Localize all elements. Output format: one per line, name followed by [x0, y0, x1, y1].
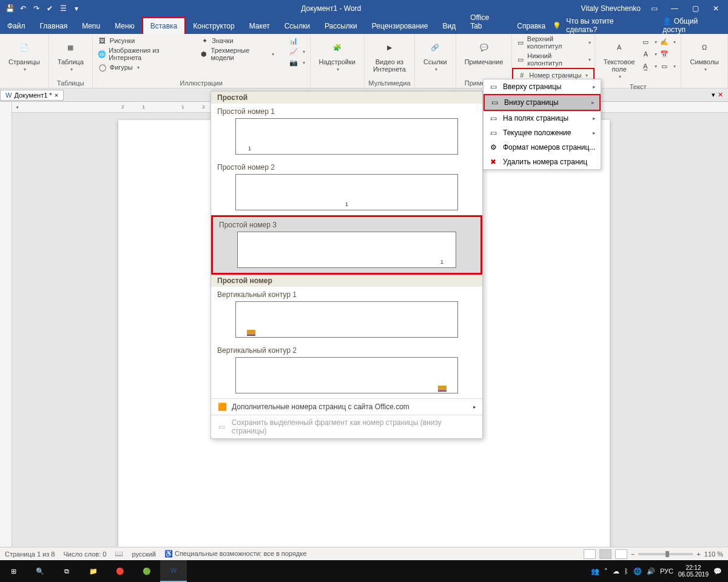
pages-button[interactable]: 📄 Страницы	[4, 35, 45, 75]
yandex-button[interactable]: 🔴	[107, 560, 133, 582]
chrome-button[interactable]: 🟢	[133, 560, 160, 582]
3d-models-button[interactable]: ⬢Трехмерные модели	[198, 46, 275, 62]
status-accessibility[interactable]: ♿ Специальные возможности: все в порядке	[164, 550, 306, 558]
tab-file[interactable]: Файл	[0, 18, 33, 34]
status-words[interactable]: Число слов: 0	[63, 550, 106, 558]
signature-button[interactable]: ✍	[658, 36, 677, 47]
task-view-button[interactable]: ⧉	[53, 560, 80, 582]
drop-cap-button[interactable]: A̲	[639, 61, 658, 72]
touch-mode-icon[interactable]: ☰	[58, 4, 68, 13]
tab-view[interactable]: Вид	[435, 18, 463, 34]
tell-me-text[interactable]: Что вы хотите сделать?	[566, 17, 645, 34]
header-button[interactable]: ▭Верхний колонтитул	[512, 34, 594, 51]
date-time-button[interactable]: 📅	[658, 48, 677, 59]
word-button[interactable]: W	[160, 560, 187, 582]
document-tab[interactable]: W Документ1 * ×	[0, 90, 64, 101]
tab-office-tab[interactable]: Office Tab	[463, 10, 510, 34]
close-icon[interactable]: ✕	[709, 4, 723, 13]
menu-remove-numbers[interactable]: ✖Удалить номера страниц	[484, 155, 601, 169]
screenshot-button[interactable]: 📷	[288, 57, 306, 68]
pictures-button[interactable]: 🖼Рисунки	[96, 35, 187, 46]
people-icon[interactable]: 👥	[591, 567, 599, 575]
gallery-item-1[interactable]: Простой номер 1 1	[211, 104, 482, 159]
tab-close-all-icon[interactable]: ✕	[718, 91, 723, 99]
zoom-in-button[interactable]: +	[696, 550, 700, 558]
status-proofing-icon[interactable]: 📖	[115, 550, 123, 558]
icons-button[interactable]: ✦Значки	[198, 35, 275, 46]
quick-parts-button[interactable]: ▭	[639, 36, 658, 47]
menu-format-numbers[interactable]: ⚙Формат номеров страниц...	[484, 140, 601, 155]
shapes-button[interactable]: ◯Фигуры	[96, 62, 187, 73]
tab-menu-ru[interactable]: Меню	[107, 18, 141, 34]
tab-review[interactable]: Рецензирование	[365, 18, 436, 34]
close-tab-icon[interactable]: ×	[55, 92, 58, 99]
new-tab-icon[interactable]: ▾	[712, 91, 715, 99]
menu-bottom-of-page[interactable]: ▭Внизу страницы▸	[485, 95, 599, 110]
volume-icon[interactable]: 🔊	[647, 567, 655, 575]
tab-references[interactable]: Ссылки	[277, 18, 317, 34]
tab-help[interactable]: Справка	[510, 18, 553, 34]
view-web-layout[interactable]	[615, 549, 627, 559]
object-button[interactable]: ▭	[658, 61, 677, 72]
maximize-icon[interactable]: ▢	[688, 4, 703, 13]
bluetooth-icon[interactable]: ᛒ	[624, 567, 629, 575]
tell-me-icon[interactable]	[553, 21, 561, 30]
action-center-icon[interactable]: 💬	[713, 567, 722, 575]
qat-dropdown-icon[interactable]: ▾	[72, 4, 81, 13]
smartart-button[interactable]: 📊	[288, 35, 306, 46]
online-video-button[interactable]: ▶ Видео из Интернета	[368, 35, 411, 75]
ribbon-display-icon[interactable]: ▭	[647, 4, 661, 13]
tray-expand-icon[interactable]: ˄	[604, 567, 608, 575]
gallery-more-office[interactable]: 🟧 Дополнительные номера страниц с сайта …	[211, 398, 482, 415]
start-button[interactable]: ⊞	[0, 560, 27, 582]
group-illustrations-label: Иллюстрации	[96, 78, 306, 88]
zoom-slider[interactable]	[638, 553, 693, 555]
undo-icon[interactable]: ↶	[18, 4, 28, 13]
language-indicator[interactable]: РУС	[660, 567, 673, 575]
tab-mailings[interactable]: Рассылки	[317, 18, 365, 34]
menu-current-position[interactable]: ▭Текущее положение▸	[484, 125, 601, 140]
tab-design[interactable]: Конструктор	[186, 18, 241, 34]
menu-page-margins[interactable]: ▭На полях страницы▸	[484, 111, 601, 125]
comment-button[interactable]: 💬 Примечание	[460, 35, 508, 68]
user-name[interactable]: Vitaly Shevchenko	[581, 4, 641, 13]
view-print-layout[interactable]	[599, 549, 612, 559]
search-button[interactable]: 🔍	[27, 560, 53, 582]
tab-insert[interactable]: Вставка	[142, 17, 186, 34]
share-button[interactable]: 👤 Общий доступ	[662, 17, 722, 34]
redo-icon[interactable]: ↷	[32, 4, 41, 13]
tab-layout[interactable]: Макет	[242, 18, 277, 34]
network-icon[interactable]: 🌐	[633, 567, 642, 575]
symbols-button[interactable]: Ω Символы	[685, 35, 724, 75]
page-number-gallery: Простой Простой номер 1 1 Простой номер …	[211, 91, 483, 439]
group-media-label: Мультимедиа	[368, 78, 411, 88]
onedrive-icon[interactable]: ☁	[613, 567, 619, 575]
zoom-level[interactable]: 110 %	[704, 550, 723, 558]
minimize-icon[interactable]: —	[667, 4, 682, 13]
view-read-mode[interactable]	[584, 549, 596, 559]
clock[interactable]: 22:12 06.05.2019	[678, 564, 709, 578]
addins-button[interactable]: 🧩 Надстройки	[314, 35, 360, 75]
tab-menu-en[interactable]: Menu	[75, 18, 107, 34]
gallery-item-2[interactable]: Простой номер 2 1	[211, 159, 482, 215]
status-page[interactable]: Страница 1 из 8	[5, 550, 55, 558]
spelling-icon[interactable]: ✔	[45, 4, 55, 13]
wordart-button[interactable]: A	[639, 48, 658, 59]
gallery-item-vert1[interactable]: Вертикальный контур 1	[211, 287, 482, 343]
explorer-button[interactable]: 📁	[80, 560, 107, 582]
links-icon: 🔗	[425, 38, 445, 57]
online-images-button[interactable]: 🌐Изображения из Интернета	[96, 46, 187, 62]
links-button[interactable]: 🔗 Ссылки	[419, 35, 452, 75]
menu-top-of-page[interactable]: ▭Вверху страницы▸	[484, 79, 601, 94]
save-icon[interactable]: 💾	[5, 4, 15, 13]
table-button[interactable]: ▦ Таблица	[53, 35, 89, 75]
zoom-out-button[interactable]: −	[631, 550, 635, 558]
ruler-toggle-icon[interactable]: ◂	[16, 104, 18, 110]
text-box-button[interactable]: A Текстовое поле	[599, 35, 640, 82]
gallery-item-3[interactable]: Простой номер 3 1	[211, 215, 482, 275]
status-language[interactable]: русский	[132, 550, 155, 558]
gallery-item-vert2[interactable]: Вертикальный контур 2	[211, 343, 482, 398]
footer-button[interactable]: ▭Нижний колонтитул	[512, 51, 594, 68]
tab-home[interactable]: Главная	[33, 18, 75, 34]
chart-button[interactable]: 📈	[288, 46, 306, 57]
